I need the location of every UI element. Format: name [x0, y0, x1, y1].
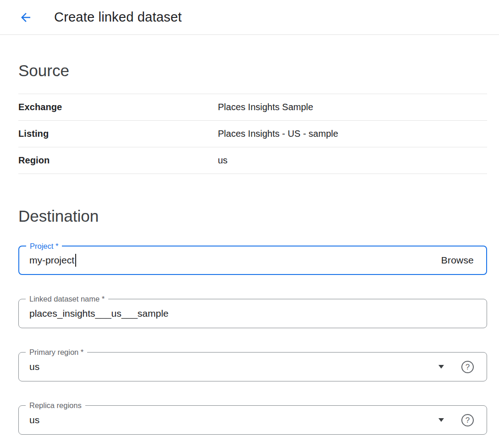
project-field[interactable]: Project * my-project Browse	[18, 246, 487, 275]
replica-regions-value: us	[29, 414, 39, 426]
primary-region-value: us	[29, 361, 39, 372]
back-button[interactable]	[16, 7, 36, 28]
region-label: Region	[18, 155, 218, 166]
project-field-label: Project *	[26, 241, 62, 251]
table-row-listing: Listing Places Insights - US - sample	[18, 121, 487, 147]
table-row-region: Region us	[18, 147, 487, 174]
primary-region-label: Primary region *	[26, 347, 87, 357]
chevron-down-icon	[438, 418, 444, 422]
listing-label: Listing	[18, 129, 218, 139]
destination-section-heading: Destination	[18, 206, 487, 226]
linked-dataset-name-label: Linked dataset name *	[26, 294, 108, 303]
help-icon[interactable]: ?	[461, 361, 474, 373]
page-title: Create linked dataset	[54, 10, 182, 25]
linked-dataset-name-input[interactable]: places_insights___us___sample	[29, 308, 169, 319]
text-cursor	[75, 254, 76, 267]
chevron-down-icon	[438, 365, 444, 369]
project-input[interactable]: my-project	[29, 255, 74, 266]
arrow-back-icon	[19, 11, 33, 24]
linked-dataset-name-field[interactable]: Linked dataset name * places_insights___…	[18, 299, 487, 328]
source-section-heading: Source	[18, 61, 487, 81]
table-row-exchange: Exchange Places Insights Sample	[18, 94, 487, 121]
region-value: us	[218, 155, 227, 166]
replica-regions-label: Replica regions	[26, 401, 85, 410]
help-icon[interactable]: ?	[461, 414, 474, 426]
exchange-label: Exchange	[18, 102, 218, 112]
page-header: Create linked dataset	[0, 0, 499, 35]
primary-region-select[interactable]: Primary region * us ?	[18, 352, 487, 381]
listing-value: Places Insights - US - sample	[218, 129, 338, 139]
replica-regions-select[interactable]: Replica regions us ?	[18, 405, 487, 435]
exchange-value: Places Insights Sample	[218, 102, 313, 112]
main-content: Source Exchange Places Insights Sample L…	[0, 61, 499, 435]
source-info-table: Exchange Places Insights Sample Listing …	[18, 94, 487, 174]
browse-button[interactable]: Browse	[441, 255, 474, 266]
